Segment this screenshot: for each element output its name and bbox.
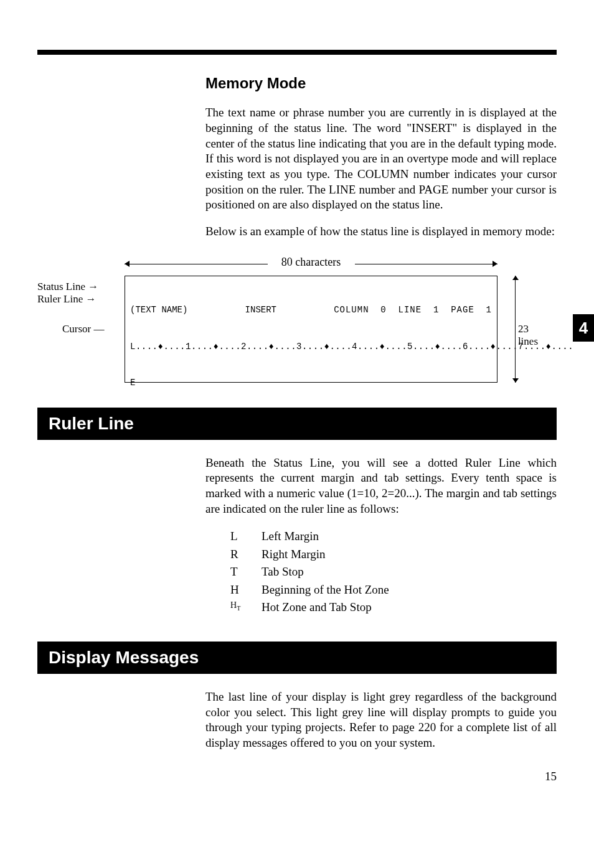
height-unit: lines [518, 335, 538, 348]
indicator-sym-3: H [230, 581, 262, 599]
ruler-indicator-list: LLeft Margin RRight Margin TTab Stop HBe… [230, 528, 557, 617]
memory-mode-para1: The text name or phrase number you are c… [205, 105, 557, 213]
memory-mode-title: Memory Mode [205, 73, 557, 93]
width-label: 80 characters [268, 256, 355, 269]
status-line-label: Status Line [37, 281, 85, 292]
indicator-sym-4: HT [230, 599, 262, 617]
indicator-desc-1: Right Margin [262, 546, 326, 564]
page-number: 15 [37, 770, 557, 783]
diagram-left-labels: Status Line → Ruler Line → Cursor — [37, 277, 105, 335]
indicator-desc-3: Beginning of the Hot Zone [262, 581, 389, 599]
indicator-desc-2: Tab Stop [262, 563, 304, 581]
status-text-name: (TEXT NAME) [130, 304, 187, 317]
chapter-tab: 4 [573, 314, 594, 342]
indicator-sym-0: L [230, 528, 262, 546]
ruler-line-text: L....♦....1....♦....2....♦....3....♦....… [130, 341, 492, 353]
memory-mode-para2: Below is an example of how the status li… [205, 224, 557, 240]
height-value: 23 [518, 323, 538, 335]
display-messages-heading: Display Messages [37, 642, 557, 674]
indicator-sym-2: T [230, 563, 262, 581]
cursor-char: E [130, 378, 135, 388]
indicator-desc-0: Left Margin [262, 528, 319, 546]
top-rule [37, 50, 557, 55]
indicator-desc-4: Hot Zone and Tab Stop [262, 599, 372, 617]
width-dimension: 80 characters [125, 258, 497, 271]
indicator-sym-1: R [230, 546, 262, 564]
status-line-diagram: 80 characters Status Line → Ruler Line →… [37, 258, 557, 383]
ruler-line-label: Ruler Line [37, 293, 83, 305]
height-labels: 23 lines [518, 323, 538, 348]
cursor-label: Cursor [62, 323, 91, 335]
status-mode: INSERT [245, 304, 276, 317]
ruler-line-para: Beneath the Status Line, you will see a … [205, 455, 557, 517]
screen-box: (TEXT NAME) INSERT COLUMN 0 LINE 1 PAGE … [125, 276, 497, 383]
status-right: COLUMN 0 LINE 1 PAGE 1 [334, 304, 492, 317]
display-messages-para: The last line of your display is light g… [205, 689, 557, 751]
